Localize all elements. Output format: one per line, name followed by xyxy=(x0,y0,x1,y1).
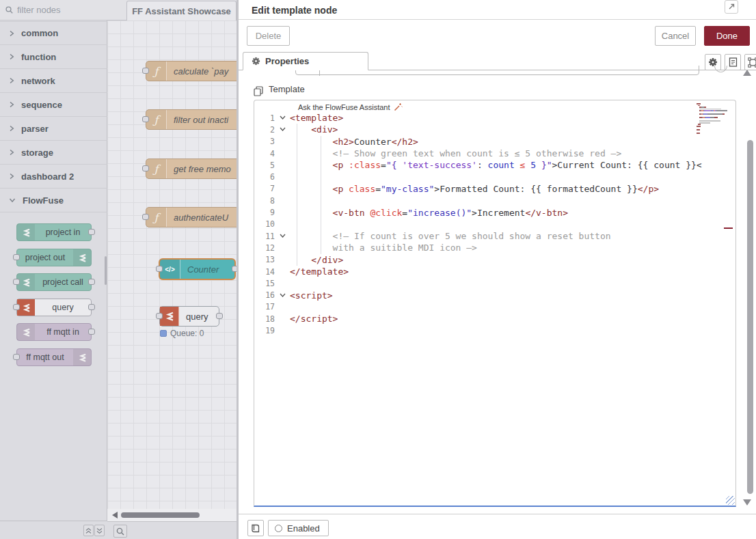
flow-node-Counter[interactable]: </>Counter xyxy=(159,258,236,280)
palette-node-project-in[interactable]: project in xyxy=(16,223,92,241)
code-line-19[interactable]: 19 xyxy=(254,324,735,336)
code-line-13[interactable]: 13</div> xyxy=(254,254,735,266)
code-text[interactable]: <p class="my-class">Formatted Count: {{ … xyxy=(290,184,735,194)
workspace-footer xyxy=(107,521,237,539)
input-port[interactable] xyxy=(142,214,149,220)
editor-resize-handle[interactable] xyxy=(726,496,735,505)
code-text[interactable]: <v-btn @click="increase()">Increment</v-… xyxy=(290,208,735,218)
collapse-all-button[interactable] xyxy=(83,525,94,536)
flow-node-filter-out-inacti[interactable]: ƒfilter out inacti xyxy=(146,109,237,130)
docs-button[interactable] xyxy=(247,520,264,536)
code-line-11[interactable]: 11<!— If count is over 5 we should show … xyxy=(254,230,735,242)
tab-properties[interactable]: Properties xyxy=(243,52,368,70)
workspace-hscrollbar[interactable] xyxy=(107,509,237,521)
palette-search[interactable] xyxy=(0,0,107,20)
fold-chevron-icon[interactable] xyxy=(280,126,286,132)
code-line-17[interactable]: 17 xyxy=(254,301,735,313)
code-line-1[interactable]: 1<template> xyxy=(254,112,735,124)
code-text[interactable]: <!— If count is over 5 we should show a … xyxy=(290,231,735,241)
palette-category-parser[interactable]: parser xyxy=(0,117,107,141)
palette-node-project-out[interactable]: project out xyxy=(16,249,92,266)
palette-node-project-call[interactable]: project call xyxy=(16,273,92,291)
input-port[interactable] xyxy=(142,68,149,74)
code-line-18[interactable]: 18</script> xyxy=(254,313,735,324)
fold-gutter[interactable] xyxy=(275,231,290,241)
scroll-down-icon[interactable] xyxy=(743,499,751,506)
code-line-3[interactable]: 3<h2>Counter</h2> xyxy=(254,136,735,148)
input-port[interactable] xyxy=(142,165,149,171)
code-line-14[interactable]: 14</template> xyxy=(254,266,735,277)
code-text[interactable]: </script> xyxy=(290,314,735,324)
palette-node-ff-mqtt-in[interactable]: ff mqtt in xyxy=(16,323,92,341)
palette-category-flowfuse[interactable]: FlowFuse xyxy=(0,189,107,212)
cancel-button[interactable]: Cancel xyxy=(655,26,696,46)
code-text[interactable]: </div> xyxy=(290,255,735,265)
input-port[interactable] xyxy=(142,116,149,122)
appearance-icon-button[interactable] xyxy=(744,54,756,70)
flow-node-get-free-memo[interactable]: ƒget free memo xyxy=(146,158,237,179)
palette-node-query[interactable]: query xyxy=(16,299,92,316)
enabled-toggle[interactable]: Enabled xyxy=(268,520,329,536)
fold-chevron-icon[interactable] xyxy=(280,292,286,298)
output-port[interactable] xyxy=(232,266,237,272)
flow-node-calculate-pay[interactable]: ƒcalculate `pay xyxy=(146,61,237,81)
fold-gutter[interactable] xyxy=(275,290,290,301)
expand-editor-button[interactable] xyxy=(725,0,738,14)
clipped-circle-button[interactable] xyxy=(714,66,729,75)
palette-category-storage[interactable]: storage xyxy=(0,141,107,165)
palette-category-sequence[interactable]: sequence xyxy=(0,93,107,117)
tab-ff-assistant-showcase[interactable]: FF Assistant Showcase xyxy=(126,1,237,20)
assistant-prompt[interactable]: Ask the FlowFuse Assistant xyxy=(298,102,403,111)
code-lines[interactable]: 1<template>2<div>3<h2>Counter</h2>4<!— S… xyxy=(254,112,735,337)
function-icon: ƒ xyxy=(146,159,167,178)
dialog-scrollbar-thumb[interactable] xyxy=(747,140,753,494)
code-text[interactable]: </template> xyxy=(290,266,735,277)
code-line-7[interactable]: 7<p class="my-class">Formatted Count: {{… xyxy=(254,183,735,195)
code-line-6[interactable]: 6 xyxy=(254,171,735,182)
search-flows-button[interactable] xyxy=(113,525,127,538)
palette-category-dashboard-2[interactable]: dashboard 2 xyxy=(0,165,107,189)
palette-scrollbar[interactable] xyxy=(105,256,107,285)
code-text[interactable]: <p :class="{ 'text-success': count ≤ 5 }… xyxy=(290,160,735,170)
output-port[interactable] xyxy=(216,313,223,319)
done-button[interactable]: Done xyxy=(704,26,750,46)
query-icon xyxy=(160,307,179,326)
fold-chevron-icon[interactable] xyxy=(280,233,286,238)
node-icon-section xyxy=(17,224,35,240)
palette-category-common[interactable]: common xyxy=(0,21,107,45)
template-code-editor[interactable]: Ask the FlowFuse Assistant 1<template>2<… xyxy=(254,100,736,507)
code-line-16[interactable]: 16<script> xyxy=(254,289,735,301)
code-line-8[interactable]: 8 xyxy=(254,195,735,206)
palette-category-function[interactable]: function xyxy=(0,45,107,69)
code-line-12[interactable]: 12with a suitible MDI icon —> xyxy=(254,242,735,253)
code-line-5[interactable]: 5<p :class="{ 'text-success': count ≤ 5 … xyxy=(254,159,735,171)
code-text[interactable]: <!— Show green text when count is ≤ 5 ot… xyxy=(290,148,735,158)
code-line-9[interactable]: 9<v-btn @click="increase()">Increment</v… xyxy=(254,206,735,218)
scroll-up-icon[interactable] xyxy=(743,70,751,76)
code-text[interactable]: <div> xyxy=(290,124,735,135)
code-text[interactable]: <h2>Counter</h2> xyxy=(290,137,735,147)
code-text[interactable]: <template> xyxy=(290,113,735,123)
palette-category-network[interactable]: network xyxy=(0,69,107,93)
delete-button[interactable]: Delete xyxy=(247,26,290,46)
fold-gutter[interactable] xyxy=(275,124,290,135)
flow-node-query[interactable]: query xyxy=(159,306,219,327)
fold-chevron-icon[interactable] xyxy=(280,115,286,120)
indent-guide xyxy=(297,159,297,171)
code-text[interactable]: <script> xyxy=(290,290,735,301)
palette-filter-input[interactable] xyxy=(17,5,92,15)
indent-guide xyxy=(297,242,297,253)
palette-node-ff-mqtt-out[interactable]: ff mqtt out xyxy=(16,348,92,366)
code-line-4[interactable]: 4<!— Show green text when count is ≤ 5 o… xyxy=(254,148,735,159)
output-port xyxy=(88,279,95,285)
code-line-10[interactable]: 10 xyxy=(254,219,735,230)
code-line-15[interactable]: 15 xyxy=(254,277,735,289)
expand-all-button[interactable] xyxy=(94,525,105,536)
flow-node-authenticateU[interactable]: ƒauthenticateU xyxy=(146,207,237,227)
hscrollbar-thumb[interactable] xyxy=(121,512,200,518)
input-port[interactable] xyxy=(156,266,163,272)
code-line-2[interactable]: 2<div> xyxy=(254,124,735,135)
input-port[interactable] xyxy=(156,313,163,319)
code-text[interactable]: with a suitible MDI icon —> xyxy=(290,243,735,253)
fold-gutter[interactable] xyxy=(275,113,290,123)
